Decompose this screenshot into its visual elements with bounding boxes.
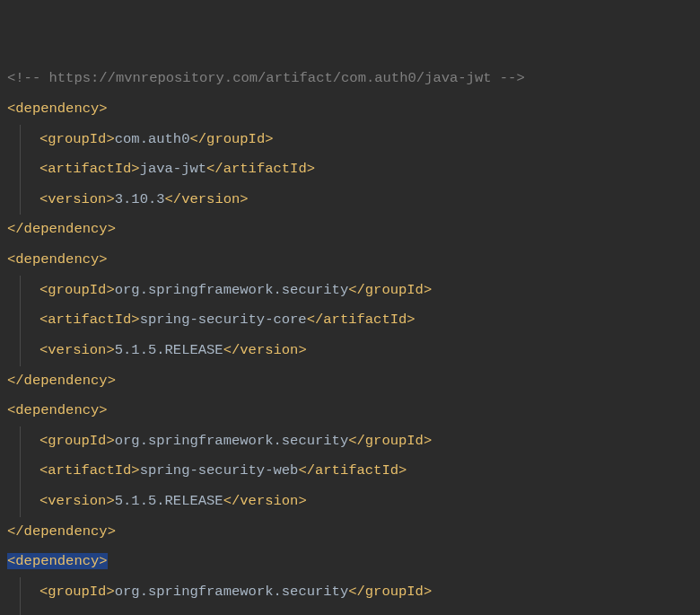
xml-open-dependency: <dependency>	[7, 547, 693, 577]
xml-element-version: <version>5.1.5.RELEASE</version>	[7, 487, 693, 517]
xml-close-dependency: </dependency>	[7, 215, 693, 245]
xml-element-artifactId: <artifactId>java-jwt</artifactId>	[7, 154, 693, 185]
xml-element-version: <version>5.1.5.RELEASE</version>	[7, 336, 693, 366]
xml-element-groupId: <groupId>org.springframework.security</g…	[7, 276, 693, 306]
xml-element-artifactId: <artifactId>spring-security-core</artifa…	[7, 305, 693, 336]
xml-element-groupId: <groupId>org.springframework.security</g…	[7, 426, 693, 457]
code-editor[interactable]: <!-- https://mvnrepository.com/artifact/…	[0, 0, 700, 615]
xml-element-groupId: <groupId>com.auth0</groupId>	[7, 125, 693, 155]
xml-element-artifactId: <artifactId>spring-security-config</arti…	[7, 608, 693, 616]
xml-element-version: <version>3.10.3</version>	[7, 185, 693, 215]
xml-close-dependency: </dependency>	[7, 366, 693, 397]
xml-close-dependency: </dependency>	[7, 517, 693, 548]
xml-element-artifactId: <artifactId>spring-security-web</artifac…	[7, 456, 693, 487]
xml-open-dependency: <dependency>	[7, 94, 693, 125]
xml-element-groupId: <groupId>org.springframework.security</g…	[7, 577, 693, 608]
xml-comment: <!-- https://mvnrepository.com/artifact/…	[7, 64, 693, 94]
xml-open-dependency: <dependency>	[7, 396, 693, 426]
dependency-list: <dependency><groupId>com.auth0</groupId>…	[7, 94, 693, 615]
xml-open-dependency: <dependency>	[7, 245, 693, 276]
